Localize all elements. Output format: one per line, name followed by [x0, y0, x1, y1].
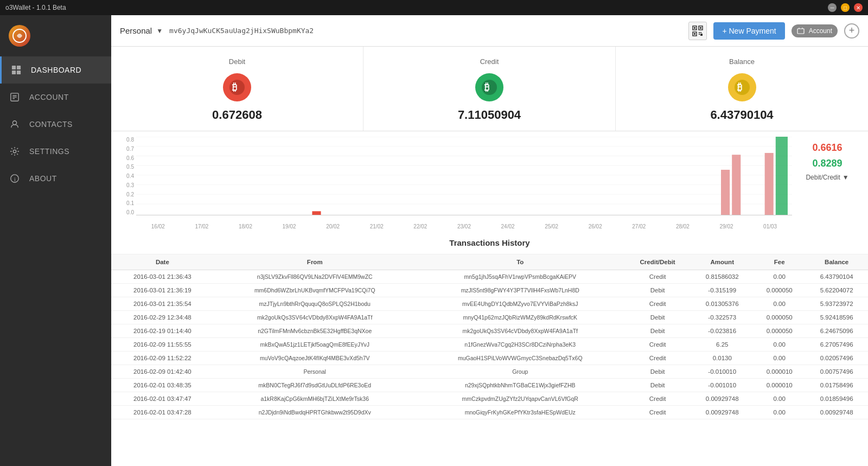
cell-date: 2016-02-01 03:48:35: [111, 379, 214, 392]
cell-balance: 0.01859496: [805, 392, 868, 406]
cell-balance: 6.43790104: [805, 270, 868, 284]
cell-from: Personal: [214, 365, 416, 379]
debit-credit-label: Debit/Credit: [806, 174, 840, 181]
logo-icon: [9, 25, 30, 47]
col-fee: Fee: [754, 254, 805, 270]
cell-from: muVoV9cQAqzoeJtK4fIKqf4MBE3vXd5h7V: [214, 352, 416, 365]
cell-balance: 6.24675096: [805, 324, 868, 338]
debit-value: 0.672608: [212, 108, 262, 122]
cell-fee: 0.00: [754, 406, 805, 419]
stat-debit: Debit ₿ 0.672608: [111, 47, 363, 131]
cell-amount: -0.315199: [691, 284, 754, 297]
debit-credit-selector[interactable]: Debit/Credit ▼: [806, 174, 848, 181]
table-body: 2016-03-01 21:36:43 n3jSLV9ZkvFll86QV9LN…: [111, 270, 868, 419]
sidebar-item-account[interactable]: ACCOUNT: [0, 84, 111, 111]
sidebar-nav: DASHBOARD ACCOUNT CONTACTS SETTINGS: [0, 56, 111, 466]
svg-text:₿: ₿: [484, 82, 489, 93]
svg-rect-1: [12, 66, 16, 69]
cell-fee: 0.000010: [754, 379, 805, 392]
cell-fee: 0.00: [754, 352, 805, 365]
cell-from: n2JDjdn9iNdBwdqHPRTGhkbww2t95D9dXv: [214, 406, 416, 419]
table-row: 2016-02-19 01:14:40 n2GTilmFMnMv6cbznBk5…: [111, 324, 868, 338]
credit-value: 7.11050904: [458, 108, 521, 122]
close-button[interactable]: ✕: [854, 3, 863, 12]
app-container: DASHBOARD ACCOUNT CONTACTS SETTINGS: [0, 15, 868, 466]
cell-from: mzJTjyLn9bthRrQququQ8oSPLQS2H1bodu: [214, 297, 416, 311]
cell-fee: 0.00: [754, 270, 805, 284]
app-title: o3Wallet - 1.0.1 Beta: [5, 4, 66, 11]
chart-legend: 0.6616 0.8289 Debit/Credit ▼: [792, 137, 863, 232]
cell-balance: 5.92418596: [805, 311, 868, 324]
wallet-address: mv6yJqJwKuCK5auUag2jHixSWuBbpmKYa2: [169, 27, 682, 35]
account-pill[interactable]: Account: [792, 24, 838, 37]
sidebar-logo: [0, 15, 111, 56]
svg-rect-19: [699, 32, 700, 33]
table-row: 2016-02-29 12:34:48 mk2goUkQs3SV64cVDbdy…: [111, 311, 868, 324]
cell-type: Credit: [624, 297, 691, 311]
transactions-panel: Transactions History Date From To Credit…: [111, 232, 868, 466]
sidebar-item-about[interactable]: i ABOUT: [0, 165, 111, 192]
cell-amount: -0.023816: [691, 324, 754, 338]
debit-icon: ₿: [223, 73, 251, 101]
svg-text:₿: ₿: [737, 82, 742, 93]
sidebar-item-settings[interactable]: SETTINGS: [0, 138, 111, 165]
stats-row: Debit ₿ 0.672608 Credit ₿ 7.11050904 Bal…: [111, 47, 868, 131]
cell-date: 2016-02-19 01:14:40: [111, 324, 214, 338]
qr-code-button[interactable]: [688, 22, 707, 40]
cell-fee: 0.00: [754, 297, 805, 311]
svg-rect-44: [776, 137, 788, 215]
cell-to: mnoGiqyFrKyhGKePfYKtr3sfaHESpWdEUz: [416, 406, 624, 419]
cell-amount: 6.25: [691, 338, 754, 352]
cell-date: 2016-02-09 01:42:40: [111, 365, 214, 379]
cell-fee: 0.00: [754, 392, 805, 406]
debit-label: Debit: [229, 58, 245, 66]
cell-type: Credit: [624, 406, 691, 419]
svg-text:₿: ₿: [232, 82, 237, 93]
cell-type: Debit: [624, 379, 691, 392]
title-bar: o3Wallet - 1.0.1 Beta ─ □ ✕: [0, 0, 868, 15]
chart-area: 0.8 0.7 0.6 0.5 0.4 0.3 0.2 0.1 0.0: [111, 131, 868, 232]
table-row: 2016-02-09 11:55:55 mkBxQwA51jz1LETjkf5o…: [111, 338, 868, 352]
balance-value: 6.43790104: [710, 108, 773, 122]
account-selector[interactable]: Personal ▼: [120, 26, 163, 35]
cell-fee: 0.00: [754, 338, 805, 352]
svg-rect-2: [17, 66, 21, 69]
maximize-button[interactable]: □: [841, 3, 850, 12]
cell-balance: 0.01758496: [805, 379, 868, 392]
col-amount: Amount: [691, 254, 754, 270]
table-row: 2016-02-09 01:42:40 Personal Group Debit…: [111, 365, 868, 379]
cell-to: mnyQ41p62mzJQbRizWMZy89kdRdKrswfcK: [416, 311, 624, 324]
settings-icon: [9, 145, 21, 157]
cell-from: n2GTilmFMnMv6cbznBk5E32HgffBE3qNXoe: [214, 324, 416, 338]
svg-point-9: [12, 121, 16, 125]
cell-fee: 0.000050: [754, 284, 805, 297]
credit-label: Credit: [480, 58, 499, 66]
chart-credit-value: 0.8289: [812, 158, 842, 169]
svg-rect-16: [700, 27, 701, 29]
svg-rect-3: [12, 71, 16, 74]
cell-amount: -0.322573: [691, 311, 754, 324]
stat-balance: Balance ₿ 6.43790104: [616, 47, 868, 131]
svg-rect-43: [765, 153, 774, 215]
cell-to: mmCzkpvdmZUgZYfz2UYqapvCanVL6VfGqR: [416, 392, 624, 406]
svg-rect-23: [797, 29, 804, 34]
cell-balance: 5.93723972: [805, 297, 868, 311]
cell-to: mzJlS5nt98gFWY4Y3PT7VllH4FxsWb7LnH8D: [416, 284, 624, 297]
cell-to: mvEE4UhgDY1QdbMZyvo7EVYViBaPzh8ksJ: [416, 297, 624, 311]
cell-from: mm6Dhd6WZbrLhUKBvqmfYMCFPVa19CQi7Q: [214, 284, 416, 297]
add-account-button[interactable]: +: [844, 23, 859, 39]
new-payment-button[interactable]: + New Payment: [713, 22, 784, 40]
dashboard-label: DASHBOARD: [31, 66, 81, 74]
cell-date: 2016-02-29 12:34:48: [111, 311, 214, 324]
minimize-button[interactable]: ─: [828, 3, 837, 12]
sidebar-item-dashboard[interactable]: DASHBOARD: [0, 56, 111, 84]
cell-type: Debit: [624, 365, 691, 379]
cell-type: Debit: [624, 311, 691, 324]
cell-balance: 6.27057496: [805, 338, 868, 352]
table-row: 2016-02-01 03:47:28 n2JDjdn9iNdBwdqHPRTG…: [111, 406, 868, 419]
sidebar-item-contacts[interactable]: CONTACTS: [0, 111, 111, 138]
col-date: Date: [111, 254, 214, 270]
cell-type: Credit: [624, 352, 691, 365]
svg-rect-22: [700, 34, 703, 36]
dropdown-arrow-icon: ▼: [156, 27, 163, 35]
